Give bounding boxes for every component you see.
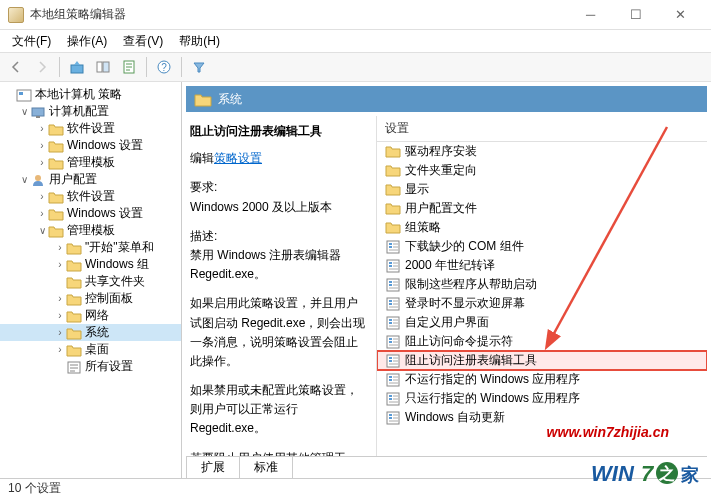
- list-item[interactable]: 显示: [377, 180, 707, 199]
- tree-item[interactable]: ›控制面板: [0, 290, 181, 307]
- expander-icon[interactable]: ›: [54, 242, 66, 253]
- expander-icon[interactable]: ∨: [18, 174, 30, 185]
- list-item[interactable]: 驱动程序安装: [377, 142, 707, 161]
- setting-icon: [385, 372, 401, 388]
- svg-rect-7: [19, 92, 23, 95]
- folder-icon: [385, 144, 401, 160]
- settings-list[interactable]: 设置 驱动程序安装文件夹重定向显示用户配置文件组策略下载缺少的 COM 组件20…: [376, 116, 707, 456]
- up-button[interactable]: [65, 55, 89, 79]
- list-item[interactable]: 组策略: [377, 218, 707, 237]
- setting-icon: [385, 296, 401, 312]
- toolbar-separator: [146, 57, 147, 77]
- show-hide-tree-button[interactable]: [91, 55, 115, 79]
- svg-rect-8: [32, 108, 44, 116]
- path-bar: 系统: [186, 86, 707, 112]
- edit-policy-link[interactable]: 策略设置: [214, 151, 262, 165]
- svg-rect-13: [389, 243, 392, 245]
- svg-rect-31: [389, 357, 392, 359]
- menubar: 文件(F) 操作(A) 查看(V) 帮助(H): [0, 30, 711, 52]
- svg-rect-32: [389, 360, 392, 362]
- tree-item[interactable]: 共享文件夹: [0, 273, 181, 290]
- svg-rect-38: [389, 398, 392, 400]
- setting-icon: [385, 258, 401, 274]
- tree-root[interactable]: 本地计算机 策略: [0, 86, 181, 103]
- filter-button[interactable]: [187, 55, 211, 79]
- tree-computer-config[interactable]: ∨计算机配置: [0, 103, 181, 120]
- list-item[interactable]: Windows 自动更新: [377, 408, 707, 427]
- setting-title: 阻止访问注册表编辑工具: [190, 122, 366, 141]
- expander-icon[interactable]: ›: [54, 327, 66, 338]
- svg-rect-16: [389, 262, 392, 264]
- list-item[interactable]: 登录时不显示欢迎屏幕: [377, 294, 707, 313]
- menu-view[interactable]: 查看(V): [115, 31, 171, 52]
- svg-rect-40: [389, 414, 392, 416]
- menu-help[interactable]: 帮助(H): [171, 31, 228, 52]
- svg-rect-17: [389, 265, 392, 267]
- expander-icon[interactable]: ›: [36, 123, 48, 134]
- status-count: 10 个设置: [8, 480, 61, 497]
- tree-item[interactable]: ›软件设置: [0, 188, 181, 205]
- list-item[interactable]: 2000 年世纪转译: [377, 256, 707, 275]
- tab-standard[interactable]: 标准: [239, 457, 293, 479]
- help-button[interactable]: ?: [152, 55, 176, 79]
- list-item[interactable]: 自定义用户界面: [377, 313, 707, 332]
- tree-item[interactable]: ›"开始"菜单和: [0, 239, 181, 256]
- folder-icon: [385, 163, 401, 179]
- list-item[interactable]: 限制这些程序从帮助启动: [377, 275, 707, 294]
- expander-icon[interactable]: ∨: [36, 225, 48, 236]
- tab-extended[interactable]: 扩展: [186, 457, 240, 479]
- list-header[interactable]: 设置: [377, 116, 707, 142]
- status-bar: 10 个设置: [0, 478, 711, 498]
- tree-pane[interactable]: 本地计算机 策略 ∨计算机配置 ›软件设置 ›Windows 设置 ›管理模板 …: [0, 82, 182, 478]
- setting-icon: [385, 315, 401, 331]
- window-title: 本地组策略编辑器: [30, 6, 568, 23]
- list-item[interactable]: 文件夹重定向: [377, 161, 707, 180]
- tree-item[interactable]: ∨管理模板: [0, 222, 181, 239]
- setting-icon: [385, 334, 401, 350]
- setting-icon: [385, 353, 401, 369]
- tree-item[interactable]: 所有设置: [0, 358, 181, 375]
- expander-icon[interactable]: ∨: [18, 106, 30, 117]
- expander-icon[interactable]: ›: [54, 293, 66, 304]
- svg-rect-23: [389, 303, 392, 305]
- expander-icon[interactable]: ›: [36, 157, 48, 168]
- list-item[interactable]: 用户配置文件: [377, 199, 707, 218]
- list-item[interactable]: 只运行指定的 Windows 应用程序: [377, 389, 707, 408]
- svg-rect-2: [103, 62, 109, 72]
- app-icon: [8, 7, 24, 23]
- svg-rect-22: [389, 300, 392, 302]
- tree-item[interactable]: ›Windows 设置: [0, 137, 181, 154]
- tree-item[interactable]: ›网络: [0, 307, 181, 324]
- tree-user-config[interactable]: ∨用户配置: [0, 171, 181, 188]
- expander-icon[interactable]: ›: [36, 140, 48, 151]
- export-button[interactable]: [117, 55, 141, 79]
- tree-item[interactable]: ›桌面: [0, 341, 181, 358]
- tree-item[interactable]: ›Windows 组: [0, 256, 181, 273]
- folder-icon: [385, 220, 401, 236]
- close-button[interactable]: ✕: [658, 1, 703, 29]
- menu-action[interactable]: 操作(A): [59, 31, 115, 52]
- expander-icon[interactable]: ›: [54, 344, 66, 355]
- list-item[interactable]: 下载缺少的 COM 组件: [377, 237, 707, 256]
- forward-button[interactable]: [30, 55, 54, 79]
- expander-icon[interactable]: ›: [54, 259, 66, 270]
- tree-item-system[interactable]: ›系统: [0, 324, 181, 341]
- back-button[interactable]: [4, 55, 28, 79]
- description-pane: 阻止访问注册表编辑工具 编辑策略设置 要求:Windows 2000 及以上版本…: [186, 116, 376, 456]
- tree-item[interactable]: ›管理模板: [0, 154, 181, 171]
- svg-rect-37: [389, 395, 392, 397]
- svg-rect-29: [389, 341, 392, 343]
- tree-item[interactable]: ›软件设置: [0, 120, 181, 137]
- svg-rect-6: [17, 90, 31, 101]
- expander-icon[interactable]: ›: [54, 310, 66, 321]
- maximize-button[interactable]: ☐: [613, 1, 658, 29]
- minimize-button[interactable]: ─: [568, 1, 613, 29]
- svg-rect-14: [389, 246, 392, 248]
- tree-item[interactable]: ›Windows 设置: [0, 205, 181, 222]
- list-item[interactable]: 不运行指定的 Windows 应用程序: [377, 370, 707, 389]
- expander-icon[interactable]: ›: [36, 191, 48, 202]
- list-item[interactable]: 阻止访问命令提示符: [377, 332, 707, 351]
- menu-file[interactable]: 文件(F): [4, 31, 59, 52]
- expander-icon[interactable]: ›: [36, 208, 48, 219]
- list-item[interactable]: 阻止访问注册表编辑工具: [377, 351, 707, 370]
